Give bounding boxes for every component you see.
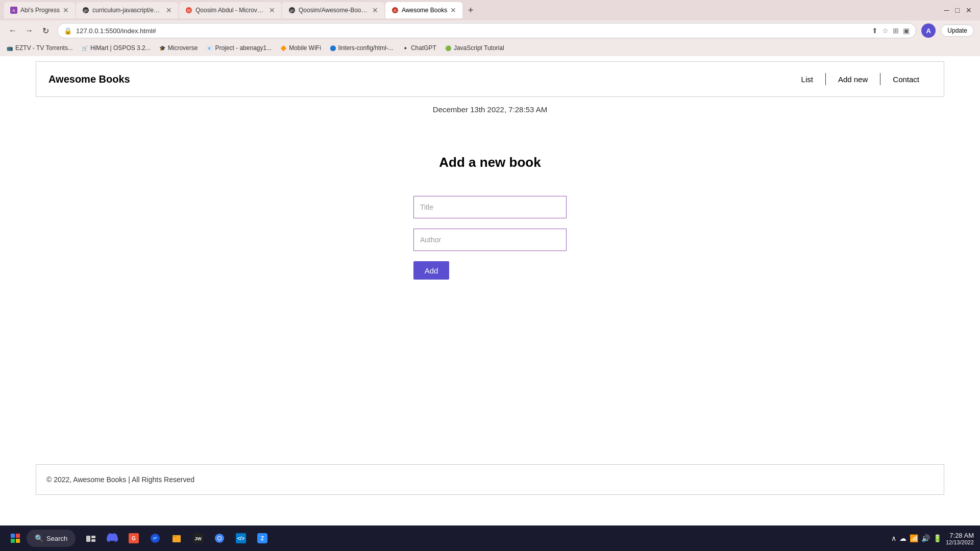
- tab-favicon-1: A: [10, 7, 17, 14]
- tab-favicon-4: gh: [288, 7, 296, 14]
- bookmark-linters[interactable]: 🔵 linters-config/html-...: [329, 44, 394, 52]
- taskbar: 🔍 Search G JW </> Z ∧: [0, 525, 980, 551]
- tab-4[interactable]: gh Qoosim/Awesome-Books: In this... ✕: [282, 2, 384, 18]
- jw-icon[interactable]: JW: [189, 529, 207, 547]
- files-icon[interactable]: [167, 529, 186, 547]
- bookmark-label-chatgpt: ChatGPT: [411, 44, 436, 52]
- tab-bar: A Abi's Progress ✕ gh curriculum-javascr…: [0, 0, 980, 20]
- start-button[interactable]: [6, 529, 24, 547]
- bookmark-microverse[interactable]: 🎓 Microverse: [159, 44, 198, 52]
- bookmark-label-wifi: Mobile WiFi: [289, 44, 321, 52]
- tab-1[interactable]: A Abi's Progress ✕: [4, 2, 75, 18]
- tab-label-5: Awesome Books: [402, 7, 447, 14]
- title-input[interactable]: [413, 196, 567, 218]
- add-book-form: Add: [413, 196, 567, 280]
- clock-date: 12/13/2022: [946, 539, 974, 545]
- wifi-icon[interactable]: 📶: [910, 534, 918, 542]
- app-logo: Awesome Books: [48, 73, 130, 85]
- tab-close-2[interactable]: ✕: [166, 6, 172, 14]
- discord-icon[interactable]: [103, 529, 121, 547]
- back-button[interactable]: ←: [6, 24, 19, 37]
- app-container: Awesome Books List Add new Contact Decem…: [0, 56, 980, 500]
- datetime-display: December 13th 2022, 7:28:53 AM: [0, 97, 980, 114]
- tab-2[interactable]: gh curriculum-javascript/exercise_se... …: [76, 2, 178, 18]
- tab-favicon-5: A: [391, 7, 399, 14]
- bookmark-wifi[interactable]: 🔶 Mobile WiFi: [280, 44, 321, 52]
- zoom-icon[interactable]: Z: [253, 529, 272, 547]
- tab-3[interactable]: M Qoosim Abdul - Microverse Stud... ✕: [179, 2, 281, 18]
- svg-rect-11: [91, 536, 95, 538]
- address-text[interactable]: 127.0.0.1:5500/index.html#: [76, 27, 868, 35]
- page-title: Add a new book: [439, 155, 541, 170]
- datetime-text: December 13th 2022, 7:28:53 AM: [433, 105, 547, 114]
- edge-icon[interactable]: [146, 529, 164, 547]
- svg-rect-17: [173, 536, 177, 537]
- bookmark-label-js: JavaScript Tutorial: [454, 44, 504, 52]
- taskbar-search-bar[interactable]: 🔍 Search: [27, 530, 76, 547]
- add-button[interactable]: Add: [413, 261, 449, 280]
- tab-close-3[interactable]: ✕: [269, 6, 275, 14]
- svg-text:JW: JW: [194, 536, 202, 541]
- tab-label-4: Qoosim/Awesome-Books: In this...: [299, 7, 369, 14]
- svg-rect-12: [91, 539, 95, 542]
- bookmark-himart[interactable]: 🛒 HiMart | OSPOS 3.2...: [81, 44, 151, 52]
- profile-button[interactable]: A: [921, 23, 936, 38]
- bookmark-favicon-linters: 🔵: [329, 44, 336, 52]
- tab-close-1[interactable]: ✕: [63, 6, 69, 14]
- taskview-icon[interactable]: [82, 529, 100, 547]
- bookmark-project[interactable]: 📧 Project - abenagy1...: [206, 44, 272, 52]
- app-header: Awesome Books List Add new Contact: [36, 61, 944, 97]
- restore-icon[interactable]: □: [955, 6, 960, 14]
- bookmark-eztv[interactable]: 📺 EZTV - TV Torrents...: [6, 44, 73, 52]
- search-icon: 🔍: [35, 534, 43, 542]
- windows-icon: [11, 534, 20, 543]
- nav-add-new[interactable]: Add new: [826, 75, 880, 84]
- battery-icon[interactable]: 🔋: [933, 534, 942, 542]
- share-icon[interactable]: ⬆: [872, 27, 878, 35]
- bookmarks-bar: 📺 EZTV - TV Torrents... 🛒 HiMart | OSPOS…: [0, 41, 980, 55]
- tab-favicon-2: gh: [82, 7, 89, 14]
- svg-text:Z: Z: [261, 536, 264, 541]
- taskbar-right: ∧ ☁ 📶 🔊 🔋 7:28 AM 12/13/2022: [891, 532, 974, 545]
- address-bar-row: ← → ↻ 🔒 127.0.0.1:5500/index.html# ⬆ ☆ ⊞…: [0, 20, 980, 41]
- chrome-icon[interactable]: [210, 529, 229, 547]
- nav-contact[interactable]: Contact: [880, 75, 932, 84]
- cloud-icon[interactable]: ☁: [899, 534, 906, 542]
- lock-icon: 🔒: [64, 27, 72, 35]
- bookmark-favicon-wifi: 🔶: [280, 44, 287, 52]
- vscode-icon[interactable]: </>: [232, 529, 250, 547]
- forward-button[interactable]: →: [22, 24, 36, 37]
- reload-button[interactable]: ↻: [39, 24, 52, 37]
- footer-text: © 2022, Awesome Books | All Rights Reser…: [46, 475, 194, 484]
- git-icon[interactable]: G: [125, 529, 143, 547]
- bookmark-favicon-project: 📧: [206, 44, 213, 52]
- new-tab-button[interactable]: +: [463, 3, 478, 17]
- author-input[interactable]: [413, 229, 567, 251]
- address-bar[interactable]: 🔒 127.0.0.1:5500/index.html# ⬆ ☆ ⊞ ▣: [57, 23, 916, 38]
- svg-point-22: [218, 537, 221, 540]
- tab-close-4[interactable]: ✕: [372, 6, 378, 14]
- nav-buttons: ← → ↻: [6, 24, 52, 37]
- taskbar-clock[interactable]: 7:28 AM 12/13/2022: [946, 532, 974, 545]
- star-icon[interactable]: ☆: [882, 27, 889, 35]
- bookmark-favicon-js: 🟢: [445, 44, 452, 52]
- tab-controls: ─ □ ✕: [944, 6, 976, 14]
- tab-close-5[interactable]: ✕: [450, 6, 456, 14]
- svg-text:G: G: [132, 536, 136, 541]
- svg-text:gh: gh: [84, 9, 88, 13]
- nav-list[interactable]: List: [789, 75, 825, 84]
- close-icon[interactable]: ✕: [966, 6, 972, 14]
- tray-arrow-icon[interactable]: ∧: [891, 534, 896, 542]
- browser-chrome: A Abi's Progress ✕ gh curriculum-javascr…: [0, 0, 980, 56]
- extensions-icon[interactable]: ⊞: [893, 27, 899, 35]
- main-nav: List Add new Contact: [789, 73, 932, 85]
- volume-icon[interactable]: 🔊: [921, 534, 930, 542]
- bookmark-js-tutorial[interactable]: 🟢 JavaScript Tutorial: [445, 44, 504, 52]
- update-button[interactable]: Update: [941, 24, 974, 37]
- sidebar-icon[interactable]: ▣: [903, 27, 910, 35]
- svg-text:A: A: [394, 8, 397, 13]
- bookmark-chatgpt[interactable]: ✦ ChatGPT: [402, 44, 436, 52]
- minimize-icon[interactable]: ─: [944, 6, 949, 14]
- tab-5[interactable]: A Awesome Books ✕: [385, 2, 462, 18]
- bookmark-label-linters: linters-config/html-...: [338, 44, 394, 52]
